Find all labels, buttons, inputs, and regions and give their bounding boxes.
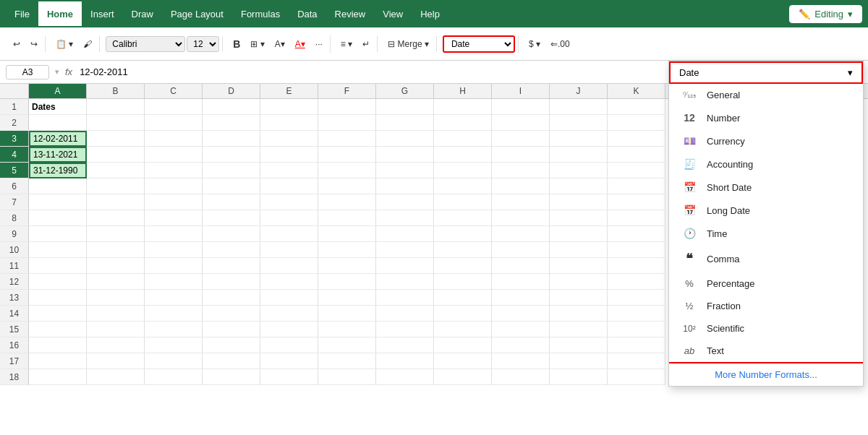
cell-C5[interactable]: [145, 163, 203, 178]
cell-A5[interactable]: 31-12-1990: [29, 163, 87, 178]
cell-G1[interactable]: [376, 99, 434, 115]
cell-C3[interactable]: [145, 131, 203, 147]
cell-D4[interactable]: [203, 147, 260, 163]
cell-row10-col1[interactable]: [87, 242, 145, 258]
row-header-5[interactable]: 5: [0, 163, 29, 178]
cell-C2[interactable]: [145, 115, 203, 131]
cell-row9-col0[interactable]: [29, 226, 87, 242]
cell-row9-col8[interactable]: [492, 226, 550, 242]
tab-review[interactable]: Review: [326, 0, 375, 27]
cell-row15-col7[interactable]: [434, 322, 492, 337]
cell-row17-col6[interactable]: [376, 353, 434, 369]
cell-row10-col3[interactable]: [203, 242, 260, 258]
cell-B3[interactable]: [87, 131, 145, 147]
row-header-16[interactable]: 16: [0, 337, 29, 353]
cell-row8-col1[interactable]: [87, 210, 145, 226]
cell-row18-col8[interactable]: [492, 369, 550, 385]
cell-J3[interactable]: [550, 131, 608, 147]
cell-row14-col4[interactable]: [260, 306, 318, 322]
redo-button[interactable]: ↪: [26, 36, 42, 52]
cell-A4[interactable]: 13-11-2021: [29, 147, 87, 163]
cell-row13-col4[interactable]: [260, 290, 318, 306]
col-header-I[interactable]: I: [492, 84, 550, 98]
tab-draw[interactable]: Draw: [123, 0, 162, 27]
cell-row11-col4[interactable]: [260, 258, 318, 274]
cell-row11-col8[interactable]: [492, 258, 550, 274]
dropdown-item-currency[interactable]: 💷 Currency: [669, 129, 863, 152]
cell-row15-col8[interactable]: [492, 322, 550, 337]
cell-row17-col2[interactable]: [145, 353, 203, 369]
cell-row12-col8[interactable]: [492, 274, 550, 290]
cell-H5[interactable]: [434, 163, 492, 178]
format-painter-button[interactable]: 🖌: [79, 36, 96, 52]
row-header-7[interactable]: 7: [0, 194, 29, 210]
row-header-18[interactable]: 18: [0, 369, 29, 385]
cell-row14-col2[interactable]: [145, 306, 203, 322]
tab-home[interactable]: Home: [38, 0, 82, 27]
row-header-4[interactable]: 4: [0, 147, 29, 163]
cell-row9-col6[interactable]: [376, 226, 434, 242]
cell-E4[interactable]: [260, 147, 318, 163]
cell-row7-col10[interactable]: [608, 194, 665, 210]
cell-row9-col1[interactable]: [87, 226, 145, 242]
cell-row12-col0[interactable]: [29, 274, 87, 290]
cell-J2[interactable]: [550, 115, 608, 131]
cell-row18-col3[interactable]: [203, 369, 260, 385]
col-header-E[interactable]: E: [260, 84, 318, 98]
cell-K2[interactable]: [608, 115, 665, 131]
dropdown-item-long-date[interactable]: 📅 Long Date: [669, 199, 863, 222]
tab-insert[interactable]: Insert: [82, 0, 123, 27]
dropdown-item-comma[interactable]: ❝ Comma: [669, 245, 863, 272]
dropdown-item-text[interactable]: ab Text: [669, 340, 863, 362]
cell-K1[interactable]: [608, 99, 665, 115]
cell-row9-col2[interactable]: [145, 226, 203, 242]
cell-row16-col4[interactable]: [260, 337, 318, 353]
cell-I5[interactable]: [492, 163, 550, 178]
clipboard-button[interactable]: 📋 ▾: [51, 36, 77, 52]
cell-H3[interactable]: [434, 131, 492, 147]
cell-row16-col6[interactable]: [376, 337, 434, 353]
cell-row7-col5[interactable]: [318, 194, 376, 210]
cell-row16-col9[interactable]: [550, 337, 608, 353]
undo-button[interactable]: ↩: [9, 36, 25, 52]
cell-row12-col1[interactable]: [87, 274, 145, 290]
cell-row16-col10[interactable]: [608, 337, 665, 353]
cell-row10-col8[interactable]: [492, 242, 550, 258]
cell-B2[interactable]: [87, 115, 145, 131]
row-header-14[interactable]: 14: [0, 306, 29, 322]
row-header-8[interactable]: 8: [0, 210, 29, 226]
cell-row11-col9[interactable]: [550, 258, 608, 274]
cell-row17-col1[interactable]: [87, 353, 145, 369]
cell-row14-col1[interactable]: [87, 306, 145, 322]
cell-row12-col5[interactable]: [318, 274, 376, 290]
cell-row18-col5[interactable]: [318, 369, 376, 385]
cell-row10-col9[interactable]: [550, 242, 608, 258]
cell-row18-col0[interactable]: [29, 369, 87, 385]
cell-row13-col8[interactable]: [492, 290, 550, 306]
cell-row11-col1[interactable]: [87, 258, 145, 274]
cell-G4[interactable]: [376, 147, 434, 163]
cell-H1[interactable]: [434, 99, 492, 115]
cell-row17-col9[interactable]: [550, 353, 608, 369]
cell-row8-col5[interactable]: [318, 210, 376, 226]
cell-row7-col7[interactable]: [434, 194, 492, 210]
bold-button[interactable]: B: [229, 35, 244, 53]
highlight-button[interactable]: A▾: [271, 36, 289, 52]
row-header-3[interactable]: 3: [0, 131, 29, 147]
cell-row9-col10[interactable]: [608, 226, 665, 242]
cell-C4[interactable]: [145, 147, 203, 163]
tab-help[interactable]: Help: [412, 0, 448, 27]
cell-row10-col7[interactable]: [434, 242, 492, 258]
cell-E1[interactable]: [260, 99, 318, 115]
cell-row8-col8[interactable]: [492, 210, 550, 226]
cell-row12-col9[interactable]: [550, 274, 608, 290]
merge-button[interactable]: ⊟ Merge ▾: [383, 36, 433, 52]
cell-row15-col0[interactable]: [29, 322, 87, 337]
cell-row8-col10[interactable]: [608, 210, 665, 226]
tab-formulas[interactable]: Formulas: [232, 0, 289, 27]
more-button[interactable]: ···: [311, 36, 327, 52]
row-header-2[interactable]: 2: [0, 115, 29, 131]
cell-G3[interactable]: [376, 131, 434, 147]
cell-row6-col6[interactable]: [376, 178, 434, 194]
cell-row13-col7[interactable]: [434, 290, 492, 306]
